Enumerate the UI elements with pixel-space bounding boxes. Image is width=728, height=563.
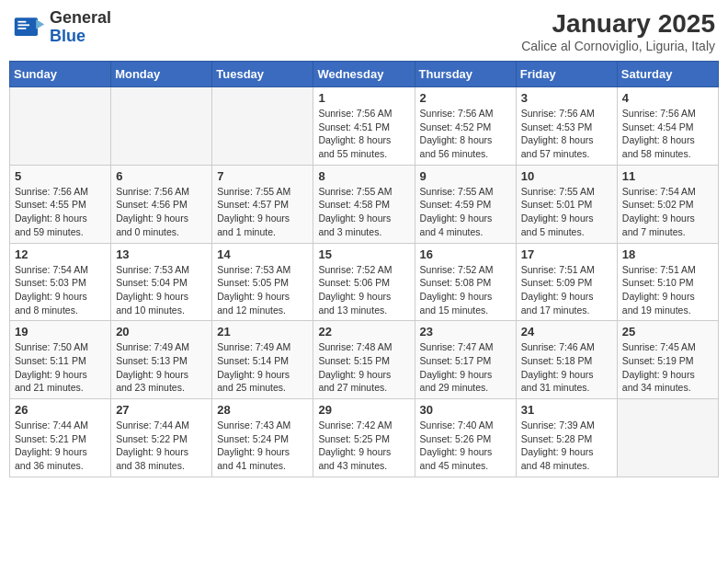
calendar-cell (10, 87, 111, 166)
calendar-table: SundayMondayTuesdayWednesdayThursdayFrid… (9, 61, 719, 477)
day-number: 14 (217, 247, 308, 261)
day-info: Sunrise: 7:56 AM Sunset: 4:53 PM Dayligh… (521, 107, 612, 161)
day-number: 25 (622, 325, 713, 339)
day-number: 31 (521, 403, 612, 417)
logo-text: General Blue (50, 9, 111, 46)
day-number: 5 (15, 169, 106, 183)
calendar-header-row: SundayMondayTuesdayWednesdayThursdayFrid… (10, 62, 719, 87)
calendar-cell: 17Sunrise: 7:51 AM Sunset: 5:09 PM Dayli… (516, 243, 617, 321)
day-info: Sunrise: 7:39 AM Sunset: 5:28 PM Dayligh… (521, 419, 612, 473)
day-number: 7 (217, 169, 308, 183)
calendar-cell: 7Sunrise: 7:55 AM Sunset: 4:57 PM Daylig… (212, 165, 313, 243)
calendar-cell: 9Sunrise: 7:55 AM Sunset: 4:59 PM Daylig… (415, 165, 516, 243)
day-info: Sunrise: 7:56 AM Sunset: 4:54 PM Dayligh… (622, 107, 713, 161)
svg-rect-0 (15, 17, 38, 36)
logo-icon (13, 11, 46, 44)
calendar-cell: 24Sunrise: 7:46 AM Sunset: 5:18 PM Dayli… (516, 321, 617, 399)
calendar-cell: 16Sunrise: 7:52 AM Sunset: 5:08 PM Dayli… (415, 243, 516, 321)
day-number: 2 (420, 91, 511, 105)
logo-blue: Blue (50, 27, 85, 45)
calendar-cell: 30Sunrise: 7:40 AM Sunset: 5:26 PM Dayli… (415, 399, 516, 477)
day-number: 23 (420, 325, 511, 339)
day-number: 12 (15, 247, 106, 261)
day-info: Sunrise: 7:45 AM Sunset: 5:19 PM Dayligh… (622, 340, 713, 395)
calendar-cell: 29Sunrise: 7:42 AM Sunset: 5:25 PM Dayli… (313, 399, 415, 477)
calendar-cell: 1Sunrise: 7:56 AM Sunset: 4:51 PM Daylig… (313, 87, 415, 166)
day-info: Sunrise: 7:40 AM Sunset: 5:26 PM Dayligh… (420, 419, 511, 473)
day-number: 4 (622, 91, 713, 105)
calendar-cell: 28Sunrise: 7:43 AM Sunset: 5:24 PM Dayli… (212, 399, 313, 477)
calendar-cell: 31Sunrise: 7:39 AM Sunset: 5:28 PM Dayli… (516, 399, 617, 477)
day-info: Sunrise: 7:53 AM Sunset: 5:04 PM Dayligh… (116, 263, 207, 317)
day-number: 1 (318, 91, 409, 105)
calendar-cell: 6Sunrise: 7:56 AM Sunset: 4:56 PM Daylig… (111, 165, 212, 243)
day-info: Sunrise: 7:47 AM Sunset: 5:17 PM Dayligh… (420, 340, 511, 395)
calendar-cell (111, 87, 212, 166)
svg-rect-4 (17, 28, 26, 29)
day-number: 16 (420, 247, 511, 261)
svg-rect-2 (17, 21, 26, 23)
calendar-cell (617, 399, 718, 477)
calendar-week-5: 26Sunrise: 7:44 AM Sunset: 5:21 PM Dayli… (10, 399, 719, 477)
day-info: Sunrise: 7:56 AM Sunset: 4:51 PM Dayligh… (318, 107, 409, 161)
day-info: Sunrise: 7:56 AM Sunset: 4:52 PM Dayligh… (420, 107, 511, 161)
month-title: January 2025 (521, 9, 715, 39)
calendar-week-2: 5Sunrise: 7:56 AM Sunset: 4:55 PM Daylig… (10, 165, 719, 243)
day-number: 6 (116, 169, 207, 183)
day-info: Sunrise: 7:44 AM Sunset: 5:22 PM Dayligh… (116, 419, 207, 473)
calendar-cell: 5Sunrise: 7:56 AM Sunset: 4:55 PM Daylig… (10, 165, 111, 243)
day-info: Sunrise: 7:43 AM Sunset: 5:24 PM Dayligh… (217, 419, 308, 473)
calendar-cell: 10Sunrise: 7:55 AM Sunset: 5:01 PM Dayli… (516, 165, 617, 243)
day-number: 8 (318, 169, 409, 183)
day-number: 15 (318, 247, 409, 261)
calendar-cell: 19Sunrise: 7:50 AM Sunset: 5:11 PM Dayli… (10, 321, 111, 399)
calendar-cell: 11Sunrise: 7:54 AM Sunset: 5:02 PM Dayli… (617, 165, 718, 243)
day-number: 27 (116, 403, 207, 417)
day-info: Sunrise: 7:55 AM Sunset: 4:57 PM Dayligh… (217, 185, 308, 239)
calendar-cell: 14Sunrise: 7:53 AM Sunset: 5:05 PM Dayli… (212, 243, 313, 321)
day-info: Sunrise: 7:55 AM Sunset: 5:01 PM Dayligh… (521, 185, 612, 239)
day-info: Sunrise: 7:42 AM Sunset: 5:25 PM Dayligh… (318, 419, 409, 473)
calendar-cell: 13Sunrise: 7:53 AM Sunset: 5:04 PM Dayli… (111, 243, 212, 321)
logo-general: General (50, 8, 111, 27)
calendar-header-thursday: Thursday (415, 62, 516, 87)
calendar-cell (212, 87, 313, 166)
day-info: Sunrise: 7:49 AM Sunset: 5:14 PM Dayligh… (217, 340, 308, 395)
calendar-header-saturday: Saturday (617, 62, 718, 87)
day-number: 28 (217, 403, 308, 417)
day-info: Sunrise: 7:44 AM Sunset: 5:21 PM Dayligh… (15, 419, 106, 473)
day-number: 18 (622, 247, 713, 261)
day-number: 17 (521, 247, 612, 261)
day-info: Sunrise: 7:55 AM Sunset: 4:58 PM Dayligh… (318, 185, 409, 239)
calendar-header-sunday: Sunday (10, 62, 111, 87)
day-info: Sunrise: 7:56 AM Sunset: 4:55 PM Dayligh… (15, 185, 106, 239)
day-number: 29 (318, 403, 409, 417)
day-info: Sunrise: 7:49 AM Sunset: 5:13 PM Dayligh… (116, 340, 207, 395)
day-info: Sunrise: 7:46 AM Sunset: 5:18 PM Dayligh… (521, 340, 612, 395)
calendar-week-1: 1Sunrise: 7:56 AM Sunset: 4:51 PM Daylig… (10, 87, 719, 166)
location-subtitle: Calice al Cornoviglio, Liguria, Italy (521, 39, 715, 53)
day-info: Sunrise: 7:51 AM Sunset: 5:09 PM Dayligh… (521, 263, 612, 317)
calendar-cell: 3Sunrise: 7:56 AM Sunset: 4:53 PM Daylig… (516, 87, 617, 166)
day-number: 30 (420, 403, 511, 417)
calendar-cell: 25Sunrise: 7:45 AM Sunset: 5:19 PM Dayli… (617, 321, 718, 399)
calendar-cell: 22Sunrise: 7:48 AM Sunset: 5:15 PM Dayli… (313, 321, 415, 399)
calendar-cell: 21Sunrise: 7:49 AM Sunset: 5:14 PM Dayli… (212, 321, 313, 399)
day-number: 10 (521, 169, 612, 183)
day-info: Sunrise: 7:48 AM Sunset: 5:15 PM Dayligh… (318, 340, 409, 395)
calendar-header-wednesday: Wednesday (313, 62, 415, 87)
day-number: 9 (420, 169, 511, 183)
day-info: Sunrise: 7:52 AM Sunset: 5:06 PM Dayligh… (318, 263, 409, 317)
calendar-cell: 27Sunrise: 7:44 AM Sunset: 5:22 PM Dayli… (111, 399, 212, 477)
day-info: Sunrise: 7:51 AM Sunset: 5:10 PM Dayligh… (622, 263, 713, 317)
calendar-cell: 8Sunrise: 7:55 AM Sunset: 4:58 PM Daylig… (313, 165, 415, 243)
svg-marker-1 (36, 19, 44, 29)
calendar-week-4: 19Sunrise: 7:50 AM Sunset: 5:11 PM Dayli… (10, 321, 719, 399)
day-info: Sunrise: 7:52 AM Sunset: 5:08 PM Dayligh… (420, 263, 511, 317)
day-number: 11 (622, 169, 713, 183)
day-number: 24 (521, 325, 612, 339)
calendar-cell: 15Sunrise: 7:52 AM Sunset: 5:06 PM Dayli… (313, 243, 415, 321)
day-number: 22 (318, 325, 409, 339)
day-number: 19 (15, 325, 106, 339)
calendar-cell: 4Sunrise: 7:56 AM Sunset: 4:54 PM Daylig… (617, 87, 718, 166)
